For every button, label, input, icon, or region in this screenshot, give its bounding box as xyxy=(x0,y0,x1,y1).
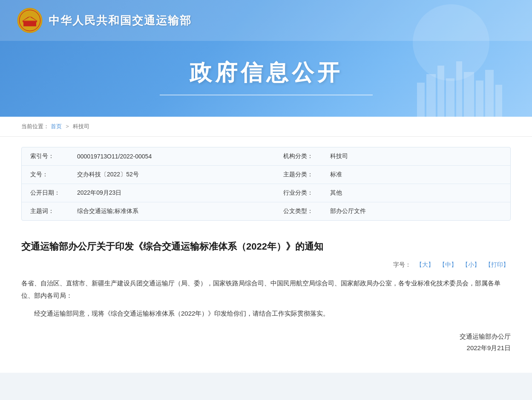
breadcrumb-current: 科技司 xyxy=(73,123,89,129)
info-label-1-2: 主题分类： xyxy=(258,166,322,184)
svg-rect-14 xyxy=(464,72,474,117)
main-content: 当前位置： 首页 > 科技司 索引号： 000019713O11/2022-00… xyxy=(0,117,532,373)
info-value-3-1: 综合交通运输;标准体系 xyxy=(69,202,258,221)
font-controls: 字号： 【大】 【中】 【小】 【打印】 xyxy=(21,261,511,269)
info-value-0-2: 科技司 xyxy=(322,147,511,166)
breadcrumb-home[interactable]: 首页 xyxy=(51,123,62,129)
breadcrumb: 当前位置： 首页 > 科技司 xyxy=(0,117,532,137)
org-name: 中华人民共和国交通运输部 xyxy=(49,13,192,28)
svg-rect-9 xyxy=(417,83,425,117)
footer-date: 2022年9月21日 xyxy=(21,344,511,352)
print-button[interactable]: 【打印】 xyxy=(485,261,509,268)
info-value-2-1: 2022年09月23日 xyxy=(69,184,258,202)
breadcrumb-separator: > xyxy=(66,123,69,129)
table-row: 文号： 交办科技〔2022〕52号 主题分类： 标准 xyxy=(22,166,510,184)
logo-area: 中华人民共和国交通运输部 xyxy=(17,8,192,33)
info-table: 索引号： 000019713O11/2022-00054 机构分类： 科技司 文… xyxy=(22,147,510,220)
hero-section: 政府信息公开 xyxy=(0,41,532,117)
font-label: 字号： xyxy=(393,261,411,268)
info-label-3-1: 主题词： xyxy=(22,202,69,221)
info-value-3-2: 部办公厅文件 xyxy=(322,202,511,221)
table-row: 主题词： 综合交通运输;标准体系 公文类型： 部办公厅文件 xyxy=(22,202,510,221)
doc-para-recipients: 各省、自治区、直辖市、新疆生产建设兵团交通运输厅（局、委），国家铁路局综合司、中… xyxy=(21,277,511,302)
svg-rect-12 xyxy=(446,78,454,117)
svg-rect-3 xyxy=(23,22,36,26)
info-label-0-2: 机构分类： xyxy=(258,147,322,166)
font-large-button[interactable]: 【大】 xyxy=(416,261,434,268)
info-label-2-1: 公开日期： xyxy=(22,184,69,202)
info-label-0-1: 索引号： xyxy=(22,147,69,166)
doc-title: 交通运输部办公厅关于印发《综合交通运输标准体系（2022年）》的通知 xyxy=(21,239,511,253)
svg-rect-17 xyxy=(495,85,502,117)
breadcrumb-label: 当前位置： xyxy=(21,123,49,129)
svg-rect-4 xyxy=(23,21,37,22)
font-small-button[interactable]: 【小】 xyxy=(462,261,480,268)
info-label-2-2: 行业分类： xyxy=(258,184,322,202)
svg-rect-15 xyxy=(476,81,483,117)
doc-footer: 交通运输部办公厅 2022年9月21日 xyxy=(21,333,511,352)
footer-org: 交通运输部办公厅 xyxy=(21,333,511,341)
table-row: 索引号： 000019713O11/2022-00054 机构分类： 科技司 xyxy=(22,147,510,166)
info-label-3-2: 公文类型： xyxy=(258,202,322,221)
info-label-1-1: 文号： xyxy=(22,166,69,184)
info-value-2-2: 其他 xyxy=(322,184,511,202)
svg-rect-16 xyxy=(485,70,494,117)
svg-rect-11 xyxy=(437,66,444,117)
svg-rect-10 xyxy=(426,74,436,117)
doc-body: 各省、自治区、直辖市、新疆生产建设兵团交通运输厅（局、委），国家铁路局综合司、中… xyxy=(21,277,511,320)
font-medium-button[interactable]: 【中】 xyxy=(439,261,457,268)
cityscape-icon xyxy=(413,57,506,117)
info-value-1-1: 交办科技〔2022〕52号 xyxy=(69,166,258,184)
info-table-wrapper: 索引号： 000019713O11/2022-00054 机构分类： 科技司 文… xyxy=(21,147,511,221)
hero-underline xyxy=(160,95,373,95)
svg-rect-13 xyxy=(456,61,462,117)
national-emblem-icon xyxy=(17,8,43,33)
table-row: 公开日期： 2022年09月23日 行业分类： 其他 xyxy=(22,184,510,202)
page-header: 中华人民共和国交通运输部 政府信息公开 xyxy=(0,0,532,117)
document-area: 交通运输部办公厅关于印发《综合交通运输标准体系（2022年）》的通知 字号： 【… xyxy=(0,231,532,373)
doc-para-main: 经交通运输部同意，现将《综合交通运输标准体系（2022年）》印发给你们，请结合工… xyxy=(21,308,511,320)
info-value-1-2: 标准 xyxy=(322,166,511,184)
info-value-0-1: 000019713O11/2022-00054 xyxy=(69,147,258,166)
